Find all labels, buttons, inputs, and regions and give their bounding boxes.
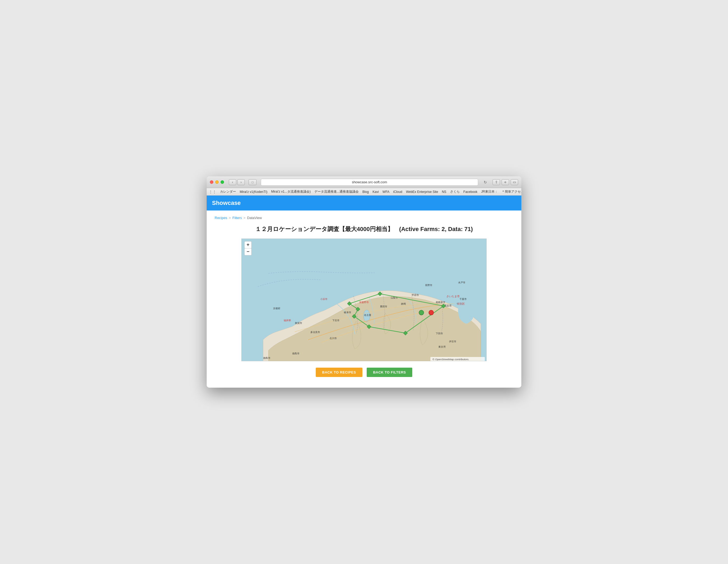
svg-point-43 (429, 310, 434, 315)
reload-button[interactable]: ↻ (482, 179, 488, 185)
bookmark-miraiz1[interactable]: Mirai'z v1(KodenTI) (238, 189, 269, 194)
nav-buttons: ‹ › (229, 179, 245, 185)
breadcrumb-filters[interactable]: Filters (233, 216, 242, 220)
svg-point-42 (419, 310, 424, 315)
bookmark-sakura[interactable]: さくら (449, 189, 461, 194)
url-text: showcase.src-soft.com (352, 180, 387, 184)
bookmark-wfa[interactable]: WFA (381, 189, 391, 194)
share-icon[interactable]: ⎆ (502, 179, 509, 185)
bookmark-jr[interactable]: JR東日本： (479, 189, 499, 194)
svg-text:長野市: 長野市 (425, 284, 432, 287)
svg-text:京都府: 京都府 (273, 307, 280, 310)
browser-window: ‹ › □ showcase.src-soft.com ↻ ⇧ ⎆ ▭ ⋮⋮ カ… (207, 176, 521, 388)
bookmark-facebook[interactable]: Facebook (462, 189, 479, 194)
bookmark-icloud[interactable]: iCloud (391, 189, 404, 194)
minimize-button[interactable] (215, 180, 219, 184)
new-tab-button[interactable]: □ (249, 179, 257, 185)
svg-text:© OpenStreetMap contributors.: © OpenStreetMap contributors. (433, 358, 469, 361)
svg-text:甲府市: 甲府市 (412, 294, 419, 297)
svg-text:さいたま市: さいたま市 (446, 295, 460, 298)
forward-button[interactable]: › (237, 179, 245, 185)
svg-text:下田市: 下田市 (436, 332, 443, 335)
bookmarks-bar: ⋮⋮ カレンダー Mirai'z v1(KodenTI) Mirai'z v1.… (207, 188, 521, 195)
bookmark-data[interactable]: データ流通推進...通推進協議会 (313, 189, 360, 194)
svg-text:静岡: 静岡 (401, 303, 406, 305)
svg-text:相模原市: 相模原市 (436, 301, 445, 304)
svg-text:水戸市: 水戸市 (458, 281, 465, 284)
grid-icon[interactable]: ⋮⋮ (209, 190, 216, 194)
action-buttons: BACK TO RECIPES BACK TO FILTERS (215, 368, 513, 377)
breadcrumb-sep1: > (229, 216, 231, 220)
content-area: Recipes > Filters > DataView １２月ロケーションデー… (207, 210, 521, 388)
svg-text:下呂市: 下呂市 (332, 319, 339, 322)
svg-text:豊田市: 豊田市 (380, 305, 387, 308)
upload-icon[interactable]: ⇧ (493, 179, 500, 185)
breadcrumb-sep2: > (243, 216, 246, 220)
page-title: １２月ロケーションデータ調査【最大4000円相当】 (Active Farms:… (215, 225, 513, 233)
svg-text:東京湾: 東京湾 (438, 346, 446, 348)
svg-text:−: − (247, 249, 249, 254)
svg-text:特別区: 特別区 (457, 302, 465, 305)
address-bar[interactable]: showcase.src-soft.com (261, 179, 478, 186)
app-title: Showcase (212, 199, 241, 206)
traffic-lights (210, 180, 224, 184)
close-button[interactable] (210, 180, 213, 184)
breadcrumb-current: DataView (247, 216, 262, 220)
svg-text:福井県: 福井県 (284, 319, 291, 322)
svg-text:岐阜市: 岐阜市 (344, 311, 351, 314)
breadcrumb: Recipes > Filters > DataView (215, 216, 513, 220)
map-container: 長野市 水戸市 京都府 さいたま市 相模原市 千葉市 横浜市 特別区 岐阜市 名… (241, 238, 487, 361)
bookmark-ns[interactable]: NS (440, 189, 448, 194)
svg-text:千葉市: 千葉市 (459, 298, 467, 301)
back-to-filters-button[interactable]: BACK TO FILTERS (367, 368, 412, 377)
bookmark-miraiz2[interactable]: Mirai'z v1...タ流通推進議会) (270, 189, 312, 194)
maximize-button[interactable] (221, 180, 224, 184)
svg-text:伊豆市: 伊豆市 (449, 340, 456, 343)
toolbar-right: ⇧ ⎆ ▭ (493, 179, 518, 185)
breadcrumb-recipes[interactable]: Recipes (215, 216, 227, 220)
title-bar: ‹ › □ showcase.src-soft.com ↻ ⇧ ⎆ ▭ (207, 176, 521, 188)
svg-text:多治見市: 多治見市 (310, 331, 320, 334)
bookmark-calendar[interactable]: カレンダー (218, 189, 238, 194)
svg-text:徳島市: 徳島市 (263, 357, 270, 359)
back-button[interactable]: ‹ (229, 179, 236, 185)
svg-text:安曇野市: 安曇野市 (359, 301, 369, 304)
bookmark-easy[interactable]: ＊簡単アクセス (500, 189, 521, 194)
bookmark-kavi[interactable]: Kavi (371, 189, 380, 194)
svg-text:小浜市: 小浜市 (320, 298, 327, 301)
svg-text:名古屋: 名古屋 (364, 314, 371, 317)
app-header: Showcase (207, 195, 521, 210)
bookmark-webex[interactable]: WebEx Enterprise Site (404, 189, 440, 194)
zoom-controls[interactable]: + − (245, 241, 251, 255)
svg-text:徳島市: 徳島市 (292, 352, 299, 355)
map-svg: 長野市 水戸市 京都府 さいたま市 相模原市 千葉市 横浜市 特別区 岐阜市 名… (242, 239, 486, 361)
svg-text:敦賀市: 敦賀市 (295, 322, 302, 325)
sidebar-icon[interactable]: ▭ (511, 179, 518, 185)
bookmark-blog[interactable]: Blog (361, 189, 370, 194)
svg-text:+: + (247, 242, 249, 247)
back-to-recipes-button[interactable]: BACK TO RECIPES (316, 368, 362, 377)
svg-text:石川市: 石川市 (330, 337, 337, 340)
